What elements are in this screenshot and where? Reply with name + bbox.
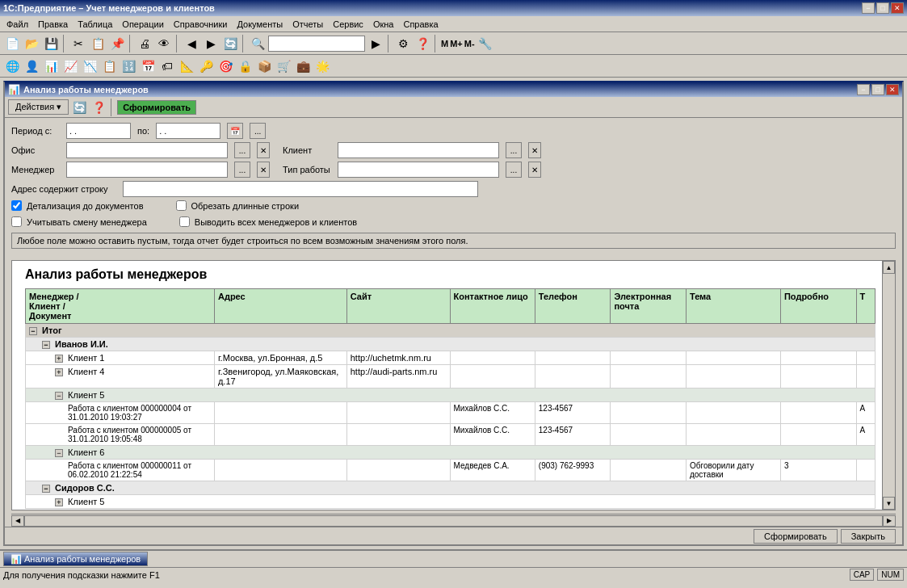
office-clear[interactable]: ✕ <box>257 142 270 158</box>
close-dialog-button[interactable]: Закрыть <box>841 529 896 544</box>
tb2-btn3[interactable]: 📊 <box>42 57 60 75</box>
format-button[interactable]: Сформировать <box>117 100 196 115</box>
scroll-left-button[interactable]: ◀ <box>11 515 24 527</box>
tb2-btn10[interactable]: 📐 <box>178 57 195 75</box>
scroll-right-button[interactable]: ▶ <box>883 515 896 527</box>
new-button[interactable]: 📄 <box>3 35 21 52</box>
scroll-down-button[interactable]: ▼ <box>883 497 895 510</box>
tb2-btn15[interactable]: 🛒 <box>275 57 292 75</box>
tree-collapse-icon[interactable]: − <box>29 327 37 335</box>
tb2-btn13[interactable]: 🔒 <box>236 57 254 75</box>
tree-client4-icon[interactable]: + <box>55 368 63 376</box>
tree-client5-icon[interactable]: − <box>55 392 63 400</box>
find-button[interactable]: 🔍 <box>249 35 267 52</box>
actions-button[interactable]: Действия ▾ <box>8 99 69 115</box>
save-button[interactable]: 💾 <box>42 35 60 52</box>
manager-input[interactable] <box>66 162 228 178</box>
tree-manager-icon[interactable]: − <box>42 341 50 349</box>
address-input[interactable] <box>123 181 478 197</box>
tb2-btn12[interactable]: 🎯 <box>216 57 234 75</box>
track-manager-checkbox[interactable] <box>11 216 22 227</box>
client-clear[interactable]: ✕ <box>528 142 541 158</box>
table-row: − Сидоров С.С. <box>26 481 876 495</box>
tree-manager2-icon[interactable]: − <box>42 485 50 493</box>
sep-2 <box>129 35 132 52</box>
hint-label: Для получения подсказки нажмите F1 <box>3 570 160 580</box>
back-button[interactable]: ◀ <box>183 35 200 52</box>
worktype-ellipsis[interactable]: ... <box>506 162 522 178</box>
menu-reports[interactable]: Отчеты <box>288 18 328 31</box>
maximize-button[interactable]: □ <box>876 2 889 14</box>
trim-checkbox[interactable] <box>176 200 187 211</box>
tree-client1-icon[interactable]: + <box>55 355 63 363</box>
close-button[interactable]: ✕ <box>891 2 904 14</box>
office-input[interactable] <box>66 142 228 158</box>
tb2-btn11[interactable]: 🔑 <box>197 57 215 75</box>
tb2-btn4[interactable]: 📈 <box>61 57 79 75</box>
copy-button[interactable]: 📋 <box>89 35 107 52</box>
forward-button[interactable]: ▶ <box>202 35 220 52</box>
tb2-btn9[interactable]: 🏷 <box>158 57 176 75</box>
tb2-btn17[interactable]: 🌟 <box>313 57 331 75</box>
period-from-input[interactable] <box>66 123 131 139</box>
scroll-up-button[interactable]: ▲ <box>883 261 895 274</box>
client-ellipsis[interactable]: ... <box>506 142 522 158</box>
tb2-btn1[interactable]: 🌐 <box>3 57 21 75</box>
tb2-btn16[interactable]: 💼 <box>294 57 312 75</box>
office-ellipsis[interactable]: ... <box>234 142 250 158</box>
sep-4 <box>242 35 246 52</box>
paste-button[interactable]: 📌 <box>108 35 126 52</box>
tree-client5b-icon[interactable]: + <box>55 498 63 506</box>
tb2-btn2[interactable]: 👤 <box>23 57 40 75</box>
tb2-btn6[interactable]: 📋 <box>100 57 118 75</box>
worktype-input[interactable] <box>338 162 499 178</box>
menu-reference[interactable]: Справочники <box>169 18 233 31</box>
tb-btn-6[interactable]: ⚙ <box>394 35 412 52</box>
show-all-checkbox[interactable] <box>179 216 190 227</box>
search-go[interactable]: ▶ <box>367 35 384 52</box>
tb-btn-7[interactable]: ❓ <box>414 35 431 52</box>
tree-client6-icon[interactable]: − <box>55 449 63 457</box>
inner-tb-btn1[interactable]: 🔄 <box>70 99 88 116</box>
period-to-input[interactable] <box>156 123 220 139</box>
h-scroll-track[interactable] <box>24 515 883 527</box>
generate-button[interactable]: Сформировать <box>754 529 838 544</box>
calendar-button[interactable]: 📅 <box>227 123 243 139</box>
menu-service[interactable]: Сервис <box>328 18 368 31</box>
tb2-btn5[interactable]: 📉 <box>81 57 99 75</box>
menu-help[interactable]: Справка <box>398 18 443 31</box>
menu-windows[interactable]: Окна <box>368 18 399 31</box>
menu-file[interactable]: Файл <box>2 18 33 31</box>
client4-address: г.Звенигород, ул.Маяковская, д.17 <box>214 365 346 388</box>
client6-name: − Клиент 6 <box>26 446 876 460</box>
title-bar: 1С:Предприятие – Учет менеджеров и клиен… <box>0 0 907 16</box>
inner-tb-btn2[interactable]: ❓ <box>90 99 107 116</box>
print-button[interactable]: 🖨 <box>136 35 153 52</box>
tb2-btn8[interactable]: 📅 <box>139 57 157 75</box>
menu-table[interactable]: Таблица <box>73 18 117 31</box>
inner-minimize[interactable]: − <box>857 84 870 95</box>
menu-operations[interactable]: Операции <box>117 18 168 31</box>
inner-maximize[interactable]: □ <box>871 84 884 95</box>
taskbar-item[interactable]: 📊 Анализ работы менеджеров <box>3 552 148 566</box>
client-input[interactable] <box>338 142 499 158</box>
open-button[interactable]: 📂 <box>23 35 40 52</box>
inner-close[interactable]: ✕ <box>886 84 899 95</box>
minimize-button[interactable]: − <box>862 2 875 14</box>
preview-button[interactable]: 👁 <box>155 35 173 52</box>
menu-edit[interactable]: Правка <box>33 18 73 31</box>
manager-clear[interactable]: ✕ <box>257 162 270 178</box>
cut-button[interactable]: ✂ <box>69 35 87 52</box>
settings-button[interactable]: 🔧 <box>477 35 494 52</box>
manager-ellipsis[interactable]: ... <box>234 162 250 178</box>
bottom-status: Для получения подсказки нажмите F1 CAP N… <box>0 567 907 582</box>
search-input[interactable] <box>268 36 365 52</box>
tb2-btn14[interactable]: 📦 <box>255 57 273 75</box>
scroll-track[interactable] <box>883 274 895 497</box>
tb2-btn7[interactable]: 🔢 <box>120 57 137 75</box>
refresh-button[interactable]: 🔄 <box>221 35 239 52</box>
worktype-clear[interactable]: ✕ <box>528 162 541 178</box>
menu-documents[interactable]: Документы <box>232 18 288 31</box>
period-extra-button[interactable]: ... <box>250 123 266 139</box>
detalization-checkbox[interactable] <box>11 200 22 211</box>
